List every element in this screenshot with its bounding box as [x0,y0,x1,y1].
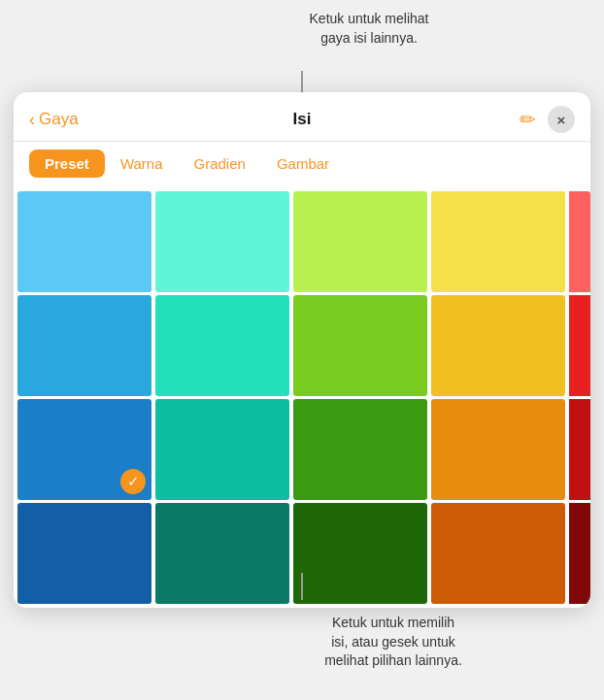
tab-bar: Preset Warna Gradien Gambar [14,142,590,187]
swatch-blue-3[interactable] [17,503,151,604]
swatch-yellow-3[interactable] [431,503,565,604]
tab-warna[interactable]: Warna [105,150,179,178]
swatch-green-2[interactable] [293,399,427,500]
swatch-teal-3[interactable] [155,503,289,604]
header-actions: ✏ × [497,106,575,133]
close-button[interactable]: × [548,106,575,133]
color-column-yellow [431,191,565,604]
color-grid: ✓ [14,187,590,608]
checkmark-icon: ✓ [127,473,140,490]
back-label: Gaya [39,110,79,129]
swatch-yellow-2[interactable] [431,399,565,500]
swatch-green-0[interactable] [293,191,427,292]
swatch-red-3[interactable] [569,503,590,604]
annotation-line-bottom [301,573,303,600]
swatch-green-1[interactable] [293,295,427,396]
swatch-yellow-1[interactable] [431,295,565,396]
tab-gradien[interactable]: Gradien [179,150,261,178]
swatch-blue-2[interactable]: ✓ [17,399,151,500]
swatch-blue-0[interactable] [17,191,151,292]
tooltip-bottom: Ketuk untuk memilih isi, atau gesek untu… [291,614,495,671]
swatch-red-2[interactable] [569,399,590,500]
swatch-teal-2[interactable] [155,399,289,500]
fill-panel: ‹ Gaya Isi ✏ × Preset Warna Gradien Gamb… [14,92,590,608]
panel-title: Isi [107,110,497,129]
color-column-blue: ✓ [17,191,151,604]
swatch-yellow-0[interactable] [431,191,565,292]
tooltip-top-text: Ketuk untuk melihat gaya isi lainnya. [310,11,429,46]
swatch-red-1[interactable] [569,295,590,396]
panel-header: ‹ Gaya Isi ✏ × [14,92,590,142]
swatch-green-3[interactable] [293,503,427,604]
swatch-teal-1[interactable] [155,295,289,396]
swatch-blue-1[interactable] [17,295,151,396]
swatch-red-0[interactable] [569,191,590,292]
color-column-teal [155,191,289,604]
color-column-red-partial [569,191,590,604]
tab-preset[interactable]: Preset [29,150,105,178]
tab-gambar[interactable]: Gambar [261,150,345,178]
swatch-teal-0[interactable] [155,191,289,292]
selected-checkmark: ✓ [120,469,146,494]
back-chevron-icon: ‹ [29,110,35,130]
tooltip-bottom-text: Ketuk untuk memilih isi, atau gesek untu… [324,615,462,668]
color-column-green [293,191,427,604]
tooltip-top: Ketuk untuk melihat gaya isi lainnya. [272,10,466,48]
eyedropper-button[interactable]: ✏ [520,110,536,129]
back-button[interactable]: ‹ Gaya [29,110,107,130]
